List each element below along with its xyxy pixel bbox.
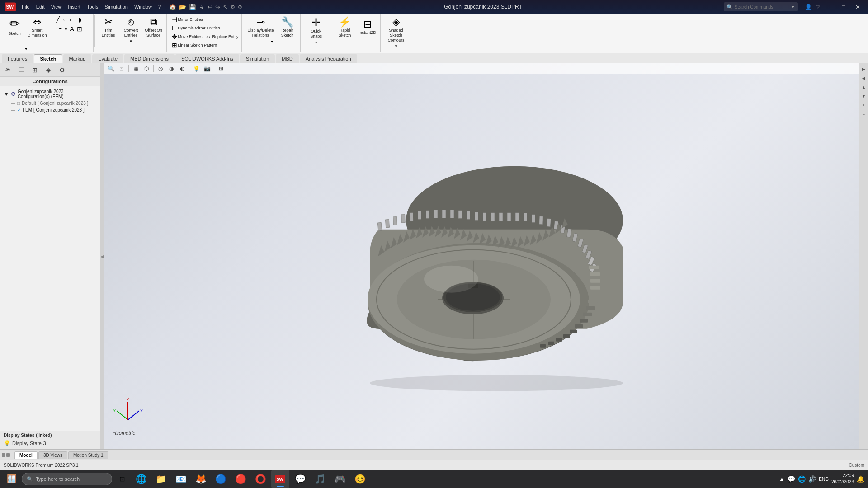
options-icon[interactable]: ⚙ bbox=[238, 4, 242, 10]
instant2d-button[interactable]: ⊟ Instant2D bbox=[357, 15, 378, 39]
right-view-btn-4[interactable]: ▼ bbox=[860, 92, 868, 100]
tab-mbd[interactable]: MBD bbox=[276, 54, 298, 63]
taskbar-app-red[interactable]: 🔴 bbox=[231, 470, 250, 488]
shaded-sketch-contours-button[interactable]: ◈ ShadedSketchContours bbox=[385, 15, 407, 43]
rapid-sketch-button[interactable]: ⚡ RapidSketch bbox=[334, 15, 356, 39]
display-delete-relations-button[interactable]: ⊸ Display/DeleteRelations bbox=[246, 15, 276, 39]
taskbar-app-circle[interactable]: ⭕ bbox=[251, 470, 269, 488]
systray-chat-icon[interactable]: 💬 bbox=[788, 475, 795, 483]
minimize-button[interactable]: − bbox=[823, 2, 835, 12]
snaps-drop[interactable]: ▼ bbox=[314, 41, 318, 45]
view-appearance-icon[interactable]: ◑ bbox=[166, 64, 176, 73]
question-icon[interactable]: ? bbox=[816, 4, 820, 10]
view-zoomfit-icon[interactable]: ⊡ bbox=[117, 64, 127, 73]
right-view-btn-1[interactable]: ▶ bbox=[860, 65, 868, 73]
tab-sketch[interactable]: Sketch bbox=[34, 54, 62, 63]
search-commands-input[interactable] bbox=[735, 5, 789, 9]
tab-mbd-dimensions[interactable]: MBD Dimensions bbox=[124, 54, 175, 63]
tab-evaluate[interactable]: Evaluate bbox=[92, 54, 123, 63]
tab-markup[interactable]: Markup bbox=[63, 54, 92, 63]
trim-drop[interactable]: ▼ bbox=[129, 39, 133, 43]
user-icon[interactable]: 👤 bbox=[805, 4, 812, 10]
bottom-nav-left[interactable] bbox=[2, 453, 5, 457]
systray-lang[interactable]: ENG bbox=[819, 477, 829, 482]
right-view-btn-3[interactable]: ▲ bbox=[860, 83, 868, 91]
taskbar-app-chrome[interactable]: 🔵 bbox=[212, 470, 230, 488]
rebuild-icon[interactable]: ⚙ bbox=[231, 4, 235, 10]
tree-root-item[interactable]: ▼ ⚙ Gonjeni zupcanik 2023 Configuration(… bbox=[0, 88, 100, 100]
view-scene-icon[interactable]: ◐ bbox=[177, 64, 187, 73]
systray-network-icon[interactable]: 🌐 bbox=[798, 475, 806, 483]
menu-simulation[interactable]: Simulation bbox=[103, 4, 130, 9]
tab-simulation[interactable]: Simulation bbox=[240, 54, 275, 63]
sketch-button[interactable]: ✏ Sketch bbox=[4, 15, 25, 37]
close-button[interactable]: ✕ bbox=[852, 2, 864, 12]
rectangle-button[interactable]: ▭ bbox=[69, 15, 76, 23]
menu-insert[interactable]: Insert bbox=[66, 4, 82, 9]
offset-surface-button[interactable]: ⧉ Offset OnSurface bbox=[143, 15, 165, 39]
taskbar-task-view[interactable]: ⊡ bbox=[114, 471, 130, 487]
convert-entities-button[interactable]: ⎋ ConvertEntities bbox=[120, 15, 142, 39]
panel-collapse-handle[interactable]: ◀ bbox=[100, 63, 104, 449]
display-state-item[interactable]: 💡 Display State-3 bbox=[4, 439, 96, 447]
systray-volume-icon[interactable]: 🔊 bbox=[808, 475, 816, 483]
right-view-btn-2[interactable]: ◀ bbox=[860, 74, 868, 82]
spline-button[interactable]: 〜 bbox=[55, 24, 63, 33]
taskbar-app-mail[interactable]: 📧 bbox=[172, 470, 190, 488]
taskbar-app-smiley[interactable]: 😊 bbox=[351, 470, 369, 488]
circle-button[interactable]: ○ bbox=[62, 15, 68, 23]
tab-features[interactable]: Features bbox=[2, 54, 33, 63]
taskbar-app-firefox[interactable]: 🦊 bbox=[192, 470, 210, 488]
right-view-btn-6[interactable]: − bbox=[860, 110, 868, 118]
tab-solidworks-addins[interactable]: SOLIDWORKS Add-Ins bbox=[175, 54, 239, 63]
menu-edit[interactable]: Edit bbox=[34, 4, 47, 9]
sketch-dropdown[interactable]: ▼ bbox=[24, 47, 29, 52]
view-wireframe-icon[interactable]: ⬡ bbox=[142, 64, 151, 73]
tab-motion-study-1[interactable]: Motion Study 1 bbox=[68, 451, 108, 459]
right-view-btn-5[interactable]: + bbox=[860, 101, 868, 109]
tree-default-config[interactable]: — □ Default [ Gonjeni zupcanik 2023 ] bbox=[0, 100, 100, 107]
systray-notification-icon[interactable]: 🔔 bbox=[857, 475, 864, 483]
linear-sketch-pattern-button[interactable]: ⊞ Linear Sketch Pattern bbox=[171, 41, 218, 49]
view-display-icon[interactable]: ▦ bbox=[131, 64, 141, 73]
trim-entities-button[interactable]: ✂ TrimEntities bbox=[98, 15, 119, 39]
view-camera-icon[interactable]: 📷 bbox=[202, 64, 212, 73]
display-drop[interactable]: ▼ bbox=[270, 40, 274, 44]
taskbar-app-files[interactable]: 📁 bbox=[152, 470, 170, 488]
panel-config-icon[interactable]: ◈ bbox=[42, 65, 54, 75]
view-display-pane-icon[interactable]: ⊞ bbox=[216, 64, 226, 73]
panel-grid-icon[interactable]: ⊞ bbox=[29, 65, 41, 75]
taskbar-search[interactable]: 🔍 Type here to search bbox=[22, 473, 112, 485]
mirror-entities-button[interactable]: ⊣ Mirror Entities bbox=[171, 15, 204, 23]
taskbar-app-solidworks[interactable]: SW bbox=[271, 470, 289, 488]
menu-tools[interactable]: Tools bbox=[85, 4, 100, 9]
dynamic-mirror-button[interactable]: ⊢ Dynamic Mirror Entities bbox=[171, 24, 221, 32]
system-clock[interactable]: 22:09 26/02/2023 bbox=[831, 473, 854, 485]
search-dropdown-icon[interactable]: ▼ bbox=[791, 5, 795, 9]
menu-file[interactable]: File bbox=[20, 4, 32, 9]
maximize-button[interactable]: □ bbox=[837, 2, 850, 12]
smart-dimension-button[interactable]: ⇔ SmartDimension bbox=[26, 15, 49, 39]
select-icon[interactable]: ↖ bbox=[223, 4, 228, 10]
redo-icon[interactable]: ↪ bbox=[215, 4, 220, 10]
view-lights-icon[interactable]: 💡 bbox=[191, 64, 201, 73]
move-entities-button[interactable]: ✥ Move Entities bbox=[171, 33, 203, 41]
view-section-icon[interactable]: ◎ bbox=[156, 64, 165, 73]
line-button[interactable]: ╱ bbox=[55, 15, 61, 23]
repair-sketch-button[interactable]: 🔧 RepairSketch bbox=[277, 15, 298, 39]
taskbar-app-explorer[interactable]: 🌐 bbox=[132, 470, 150, 488]
menu-window[interactable]: Window bbox=[132, 4, 154, 9]
taskbar-app-teams[interactable]: 💬 bbox=[291, 470, 309, 488]
panel-view-icon[interactable]: 👁 bbox=[2, 65, 14, 75]
windows-start-button[interactable]: 🪟 bbox=[4, 471, 20, 487]
tree-fem-config[interactable]: — ✓ FEM [ Gonjeni zupcanik 2023 ] bbox=[0, 107, 100, 113]
panel-settings-icon[interactable]: ⚙ bbox=[56, 65, 68, 75]
shaded-drop[interactable]: ▼ bbox=[394, 44, 398, 48]
tab-analysis-preparation[interactable]: Analysis Preparation bbox=[300, 54, 357, 63]
plane-button[interactable]: ⊡ bbox=[76, 24, 83, 33]
point-button[interactable]: • bbox=[64, 24, 68, 33]
print-icon[interactable]: 🖨 bbox=[199, 4, 205, 10]
menu-view[interactable]: View bbox=[49, 4, 64, 9]
systray-caret-icon[interactable]: ▲ bbox=[778, 475, 785, 483]
replace-entity-button[interactable]: ↔ Replace Entity bbox=[204, 33, 240, 41]
